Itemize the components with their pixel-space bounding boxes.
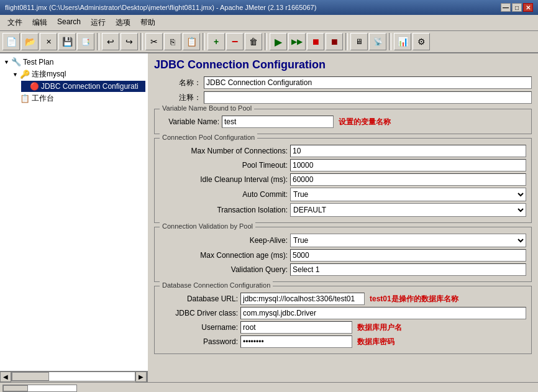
testplan-label: Test Plan [23,58,53,66]
note-label: 注释： [154,93,204,103]
status-scroll-thumb [3,385,28,391]
variable-name-legend: Variable Name Bound to Pool [160,104,254,112]
database-url-annotation: test01是操作的数据库名称 [370,294,458,304]
separator-6 [389,33,391,50]
scroll-left-btn[interactable]: ◀ [0,371,11,382]
username-input[interactable] [240,321,352,334]
tree-item-workspace[interactable]: 📋 工作台 [11,92,145,105]
note-input[interactable] [204,91,532,104]
run-button[interactable]: ▶ [270,33,287,50]
connection-pool-section: Connection Pool Configuration Max Number… [154,138,532,223]
connection-pool-legend: Connection Pool Configuration [160,134,257,141]
menu-help[interactable]: 帮助 [135,16,160,29]
tree-panel: ▼ 🔧 Test Plan ▼ 🔑 连接mysql 🔴 JDBC Connect… [0,53,148,371]
maximize-button[interactable]: □ [512,3,522,12]
variable-name-row: Variable Name: 设置的变量名称 [160,116,526,128]
window-controls: — □ ✕ [501,3,533,12]
stop-button[interactable]: ⏹ [307,33,324,50]
copy-button[interactable]: ⎘ [164,33,181,50]
transaction-isolation-select[interactable]: DEFAULT TRANSACTION_NONE TRANSACTION_REA… [290,203,526,217]
menu-search[interactable]: Search [52,16,86,29]
toolbar: 📄 📂 ✕ 💾 📑 ↩ ↪ ✂ ⎘ 📋 + − 🗑 ▶ ▶▶ ⏹ ⏹ 🖥 📡 📊… [0,31,538,53]
validation-query-input[interactable] [290,263,526,276]
horizontal-scrollbar[interactable] [11,371,135,381]
close-button[interactable]: ✕ [523,3,533,12]
workspace-label: 工作台 [32,93,54,104]
pool-timeout-input[interactable] [290,159,526,171]
new-button[interactable]: 📄 [2,33,20,50]
database-url-input[interactable] [240,293,365,305]
auto-commit-label: Auto Commit: [160,190,290,199]
clear-button[interactable]: 🗑 [245,33,262,50]
jdbc-driver-label: JDBC Driver class: [160,309,240,317]
minimize-button[interactable]: — [501,3,511,12]
remote-button[interactable]: 🖥 [350,33,368,50]
title-bar: flight0811.jmx (C:\Users\Administrator\D… [0,0,538,15]
cut-button[interactable]: ✂ [145,33,163,50]
password-input[interactable] [240,335,352,348]
run-all-button[interactable]: ▶▶ [288,33,306,50]
redo-button[interactable]: ↪ [121,33,138,50]
tree-item-jdbc-config[interactable]: 🔴 JDBC Connection Configurati [21,81,145,92]
remote2-button[interactable]: 📡 [369,33,386,50]
menu-bar: 文件 编辑 Search 运行 选项 帮助 [0,15,538,31]
transaction-isolation-row: Transaction Isolation: DEFAULT TRANSACTI… [160,203,526,217]
connection-validation-section: Connection Validation by Pool Keep-Alive… [154,227,532,282]
idle-cleanup-input[interactable] [290,173,526,186]
connection-validation-legend: Connection Validation by Pool [160,222,255,230]
saveas-button[interactable]: 📑 [77,33,94,50]
jdbc-config-label: JDBC Connection Configurati [41,82,139,91]
menu-file[interactable]: 文件 [2,16,27,29]
password-annotation: 数据库密码 [357,337,394,347]
name-label: 名称： [154,78,204,88]
auto-commit-select[interactable]: True False [290,188,526,201]
expand-icon-mysql: ▼ [12,71,20,78]
max-connection-age-label: Max Connection age (ms): [160,251,290,260]
username-label: Username: [160,323,240,332]
paste-button[interactable]: 📋 [183,33,200,50]
title-text: flight0811.jmx (C:\Users\Administrator\D… [5,4,316,11]
database-connection-legend: Database Connection Configuration [160,281,273,289]
expand-button[interactable]: + [207,33,225,50]
save-button[interactable]: 💾 [58,33,76,50]
connect-mysql-label: 连接mysql [32,69,66,80]
left-panel-scrollbar: ◀ ▶ [0,371,147,382]
scroll-right-btn[interactable]: ▶ [135,371,147,382]
jdbc-driver-row: JDBC Driver class: [160,307,526,319]
variable-name-input[interactable] [222,116,334,128]
config-panel-title: JDBC Connection Configuration [154,58,532,71]
variable-name-section: Variable Name Bound to Pool Variable Nam… [154,109,532,134]
username-row: Username: 数据库用户名 [160,321,526,334]
pool-timeout-row: Pool Timeout: [160,159,526,171]
note-row: 注释： [154,91,532,104]
chart-button[interactable]: 📊 [394,33,411,50]
separator-5 [345,33,348,50]
keepalive-select[interactable]: True False [290,234,526,247]
separator-3 [203,33,205,50]
tree-item-connect-mysql[interactable]: ▼ 🔑 连接mysql [11,68,145,81]
stop-all-button[interactable]: ⏹ [326,33,343,50]
validation-query-label: Validation Query: [160,265,290,274]
settings-button[interactable]: ⚙ [413,33,430,50]
max-connections-row: Max Number of Connections: [160,145,526,157]
menu-edit[interactable]: 编辑 [27,16,52,29]
collapse-button[interactable]: − [226,33,244,50]
separator-1 [97,33,99,50]
testplan-icon: 🔧 [11,57,21,66]
tree-item-testplan[interactable]: ▼ 🔧 Test Plan [2,56,145,68]
max-connections-input[interactable] [290,145,526,157]
open-button[interactable]: 📂 [21,33,39,50]
connect-mysql-icon: 🔑 [20,70,30,79]
close-file-button[interactable]: ✕ [40,33,57,50]
menu-options[interactable]: 选项 [111,16,135,29]
max-connection-age-input[interactable] [290,249,526,262]
status-bar [0,382,538,392]
database-connection-section: Database Connection Configuration Databa… [154,286,532,354]
status-scrollbar[interactable] [2,385,77,392]
menu-run[interactable]: 运行 [86,16,111,29]
undo-button[interactable]: ↩ [102,33,119,50]
pool-timeout-label: Pool Timeout: [160,161,290,170]
jdbc-driver-input[interactable] [240,307,526,319]
name-input[interactable] [204,76,532,89]
transaction-isolation-label: Transaction Isolation: [160,206,290,214]
